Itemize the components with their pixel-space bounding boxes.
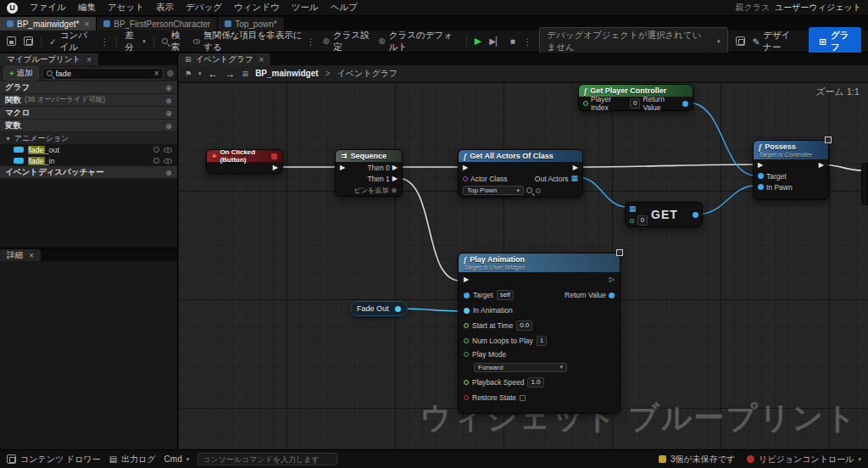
node-possess[interactable]: f Possess Target is Controller ▶ ▶ Targe…: [753, 140, 829, 200]
menu-window[interactable]: ウィンドウ: [234, 2, 280, 14]
section-event-dispatchers[interactable]: イベントディスパッチャー ⊕: [0, 166, 177, 179]
menu-debug[interactable]: デバッグ: [186, 2, 222, 14]
class-defaults-button[interactable]: ⊛ クラスのデフォルト: [378, 30, 458, 53]
bell-icon[interactable]: [153, 158, 159, 164]
return-value-pin[interactable]: [682, 101, 688, 107]
restore-state-pin[interactable]: [464, 395, 469, 400]
tab-details[interactable]: 詳細 ×: [0, 249, 41, 261]
eye-icon[interactable]: [164, 148, 172, 153]
variable-fade-in[interactable]: fade_in: [0, 155, 177, 166]
section-functions[interactable]: 関数 (36 オーバーライド可能) ⊕: [0, 94, 177, 107]
graph-canvas[interactable]: ズーム 1:1 ウィジェット ブループリント f: [178, 82, 868, 449]
back-icon[interactable]: ←: [209, 68, 219, 80]
menu-tools[interactable]: ツール: [292, 2, 319, 14]
menu-edit[interactable]: 編集: [78, 2, 96, 14]
close-icon[interactable]: ×: [29, 251, 34, 260]
frame-skip-button[interactable]: ▶▏: [489, 36, 502, 46]
node-array-get[interactable]: ▦ ⊙ 0 GET: [625, 202, 703, 227]
speed-value[interactable]: 1.0: [527, 377, 543, 387]
target-value[interactable]: self: [497, 290, 514, 300]
section-macros[interactable]: マクロ ⊕: [0, 107, 177, 120]
player-index-pin[interactable]: [583, 101, 588, 106]
element-out-pin[interactable]: [693, 212, 698, 218]
then0-exec-pin[interactable]: ▶: [392, 164, 398, 171]
bell-icon[interactable]: [153, 147, 159, 153]
num-loops-pin[interactable]: [464, 338, 469, 343]
exec-in-pin[interactable]: ▶: [463, 164, 468, 171]
eye-icon[interactable]: [164, 159, 172, 164]
exec-out-pin[interactable]: ▷: [609, 276, 615, 283]
settings-gear-icon[interactable]: ⊛: [167, 69, 174, 78]
play-mode-pin[interactable]: [464, 352, 469, 357]
compile-options-icon[interactable]: ⋮: [100, 36, 109, 47]
expand-icon[interactable]: ▼: [5, 136, 11, 142]
tab-my-blueprint[interactable]: マイブループリント ×: [0, 53, 98, 65]
target-pin[interactable]: [758, 173, 764, 179]
add-variable-icon[interactable]: ⊕: [165, 121, 172, 131]
forward-icon[interactable]: →: [225, 68, 236, 80]
designer-button[interactable]: ✎ デザイナー: [753, 30, 799, 53]
menu-view[interactable]: 表示: [156, 2, 174, 14]
play-mode-dropdown[interactable]: Forward ▾: [474, 363, 567, 372]
variable-out-pin[interactable]: [395, 306, 401, 312]
then1-exec-pin[interactable]: ▶: [392, 176, 398, 182]
node-on-clicked[interactable]: ◆ On Clicked (Button) ▶: [206, 149, 283, 174]
node-play-animation[interactable]: f Play Animation Target is User Widget ▶…: [458, 253, 620, 414]
play-options-icon[interactable]: ⋮: [523, 36, 532, 47]
start-value[interactable]: 0.0: [516, 320, 532, 331]
chevron-down-icon[interactable]: ▾: [198, 70, 202, 77]
return-value-pin[interactable]: [609, 292, 615, 298]
add-graph-icon[interactable]: ⊕: [165, 83, 172, 92]
exec-in-pin[interactable]: ▶: [758, 162, 763, 169]
play-button[interactable]: ▶: [475, 36, 481, 47]
breadcrumb-current[interactable]: イベントグラフ: [337, 68, 398, 80]
save-icon[interactable]: [7, 36, 16, 46]
add-dispatcher-icon[interactable]: ⊕: [165, 168, 172, 177]
section-graphs[interactable]: グラフ ⊕: [0, 81, 177, 94]
unreal-logo-icon[interactable]: U: [7, 3, 18, 14]
class-settings-button[interactable]: ⊛ クラス設定: [323, 30, 371, 53]
target-pin[interactable]: [464, 292, 470, 298]
add-button[interactable]: + 追加: [3, 66, 39, 81]
bookmark-icon[interactable]: ⚑: [185, 70, 192, 78]
exec-in-pin[interactable]: ▶: [340, 164, 345, 171]
add-function-icon[interactable]: ⊕: [165, 96, 172, 105]
use-selected-icon[interactable]: ⊙: [535, 187, 541, 195]
debug-filter-icon[interactable]: [736, 36, 745, 46]
actor-class-pin[interactable]: [463, 176, 468, 181]
exec-out-pin[interactable]: ▶: [273, 164, 278, 171]
content-drawer-button[interactable]: コンテンツ ドロワー: [7, 454, 101, 465]
section-variables[interactable]: 変数 ⊕: [0, 120, 177, 132]
search-icon[interactable]: [526, 187, 532, 193]
exec-in-pin[interactable]: ▶: [464, 276, 469, 283]
index-value[interactable]: 0: [637, 215, 648, 226]
console-input[interactable]: [203, 455, 332, 464]
output-log-button[interactable]: ▤ 出力ログ: [109, 454, 156, 465]
search-input[interactable]: [56, 69, 149, 78]
revision-control-button[interactable]: リビジョンコントロール ▾: [747, 454, 861, 465]
blueprint-search-box[interactable]: ×: [42, 68, 164, 80]
category-animations[interactable]: ▼ アニメーション: [0, 132, 177, 144]
restore-state-checkbox[interactable]: [520, 395, 526, 401]
start-at-time-pin[interactable]: [464, 323, 469, 328]
close-icon[interactable]: ×: [84, 20, 89, 29]
partial-node[interactable]: [861, 163, 868, 205]
close-icon[interactable]: ×: [259, 55, 264, 64]
unsaved-button[interactable]: 3個が未保存です: [659, 454, 735, 465]
clear-search-icon[interactable]: ×: [154, 69, 159, 78]
in-animation-pin[interactable]: [464, 308, 470, 314]
console-command-box[interactable]: [198, 453, 337, 465]
playback-speed-pin[interactable]: [464, 380, 469, 385]
variable-fade-out[interactable]: fade_out: [0, 144, 177, 155]
debug-object-dropdown[interactable]: デバッグオブジェクトが選択されていません ▾: [539, 27, 727, 56]
index-pin[interactable]: ⊙: [629, 217, 635, 225]
array-pin[interactable]: ▦: [570, 175, 578, 182]
cmd-dropdown[interactable]: Cmd ▾: [164, 454, 190, 464]
node-get-player-controller[interactable]: f Get Player Controller Player Index 0 R…: [578, 84, 693, 111]
loops-value[interactable]: 1: [537, 336, 547, 346]
node-get-all-actors[interactable]: f Get All Actors Of Class ▶ ▶ Actor Clas…: [458, 149, 583, 198]
class-dropdown[interactable]: Top Pown ▾: [463, 186, 524, 195]
menu-asset[interactable]: アセット: [108, 2, 144, 14]
diff-button[interactable]: 差分 ▾: [125, 30, 146, 53]
add-pin-button[interactable]: ピンを追加 ⊕: [336, 184, 402, 196]
